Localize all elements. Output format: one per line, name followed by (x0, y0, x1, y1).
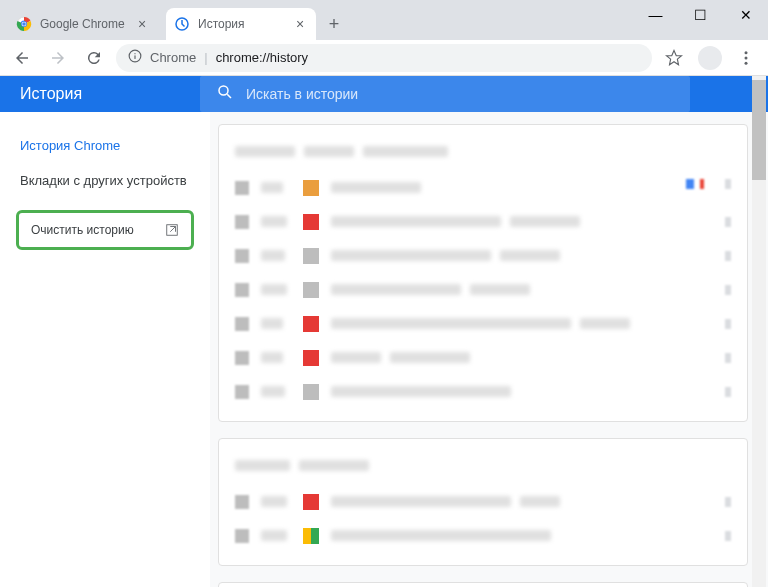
history-entry[interactable] (219, 239, 747, 273)
sidebar-item-other-devices[interactable]: Вкладки с других устройств (0, 163, 210, 198)
history-date-group (218, 438, 748, 566)
history-entry[interactable] (219, 485, 747, 519)
browser-tab-active[interactable]: История × (166, 8, 316, 40)
site-info-icon (128, 49, 142, 66)
minimize-button[interactable]: — (633, 0, 678, 30)
site-favicon (303, 248, 319, 264)
addressbar: Chrome | chrome://history (0, 40, 768, 76)
new-tab-button[interactable]: + (320, 10, 348, 38)
svg-rect-18 (303, 282, 319, 298)
history-entry[interactable] (219, 307, 747, 341)
entry-checkbox[interactable] (235, 283, 249, 297)
site-favicon (303, 494, 319, 510)
close-window-button[interactable]: ✕ (723, 0, 768, 30)
external-link-icon (165, 223, 179, 237)
search-icon (216, 83, 234, 105)
scrollbar-thumb[interactable] (752, 80, 766, 180)
history-favicon (174, 16, 190, 32)
clear-history-button[interactable]: Очистить историю (16, 210, 194, 250)
url-text: chrome://history (216, 50, 308, 65)
tab-close-icon[interactable]: × (134, 16, 150, 32)
site-favicon (303, 282, 319, 298)
chrome-favicon (16, 16, 32, 32)
history-list (210, 112, 768, 587)
history-date-header (219, 137, 747, 171)
entry-checkbox[interactable] (235, 495, 249, 509)
svg-point-11 (745, 61, 748, 64)
chrome-menu-icon[interactable] (732, 44, 760, 72)
sidebar: История Chrome Вкладки с других устройст… (0, 112, 210, 587)
back-button[interactable] (8, 44, 36, 72)
svg-point-4 (22, 22, 26, 26)
reload-button[interactable] (80, 44, 108, 72)
scrollbar[interactable] (752, 76, 766, 587)
tab-title: Google Chrome (40, 17, 134, 31)
site-favicon (303, 214, 319, 230)
site-favicon (303, 384, 319, 400)
svg-rect-19 (303, 316, 319, 332)
svg-point-10 (745, 56, 748, 59)
entry-checkbox[interactable] (235, 181, 249, 195)
history-header: История (0, 76, 768, 112)
history-date-group (218, 124, 748, 422)
svg-point-7 (134, 53, 135, 54)
window-controls: — ☐ ✕ (633, 0, 768, 30)
site-favicon (303, 316, 319, 332)
history-entry[interactable] (219, 375, 747, 409)
sidebar-item-chrome-history[interactable]: История Chrome (0, 128, 210, 163)
tab-close-icon[interactable]: × (292, 16, 308, 32)
history-date-header (219, 451, 747, 485)
entry-checkbox[interactable] (235, 385, 249, 399)
bookmark-star-icon[interactable] (660, 44, 688, 72)
history-date-group (218, 582, 748, 587)
url-secure-label: Chrome (150, 50, 196, 65)
svg-point-9 (745, 51, 748, 54)
svg-rect-23 (303, 528, 311, 544)
site-favicon (303, 528, 319, 544)
entry-checkbox[interactable] (235, 249, 249, 263)
history-entry[interactable] (219, 171, 747, 205)
svg-rect-22 (303, 494, 319, 510)
forward-button[interactable] (44, 44, 72, 72)
profile-avatar[interactable] (696, 44, 724, 72)
search-input[interactable] (246, 86, 674, 102)
history-entry[interactable] (219, 519, 747, 553)
tab-title: История (198, 17, 292, 31)
maximize-button[interactable]: ☐ (678, 0, 723, 30)
titlebar: Google Chrome × История × + — ☐ ✕ (0, 0, 768, 40)
entry-checkbox[interactable] (235, 215, 249, 229)
svg-rect-24 (311, 528, 319, 544)
page-title: История (20, 85, 200, 103)
site-favicon (303, 180, 319, 196)
browser-tab[interactable]: Google Chrome × (8, 8, 158, 40)
svg-rect-8 (134, 55, 135, 59)
entry-checkbox[interactable] (235, 529, 249, 543)
history-entry[interactable] (219, 341, 747, 375)
svg-line-13 (227, 94, 231, 98)
site-favicon (303, 350, 319, 366)
svg-rect-20 (303, 350, 319, 366)
svg-rect-16 (303, 214, 319, 230)
svg-rect-21 (303, 384, 319, 400)
clear-history-label: Очистить историю (31, 223, 134, 237)
svg-rect-17 (303, 248, 319, 264)
svg-rect-15 (303, 180, 319, 196)
entry-checkbox[interactable] (235, 317, 249, 331)
svg-point-12 (219, 86, 228, 95)
entry-checkbox[interactable] (235, 351, 249, 365)
history-entry[interactable] (219, 273, 747, 307)
url-bar[interactable]: Chrome | chrome://history (116, 44, 652, 72)
history-search[interactable] (200, 76, 690, 112)
history-entry[interactable] (219, 205, 747, 239)
